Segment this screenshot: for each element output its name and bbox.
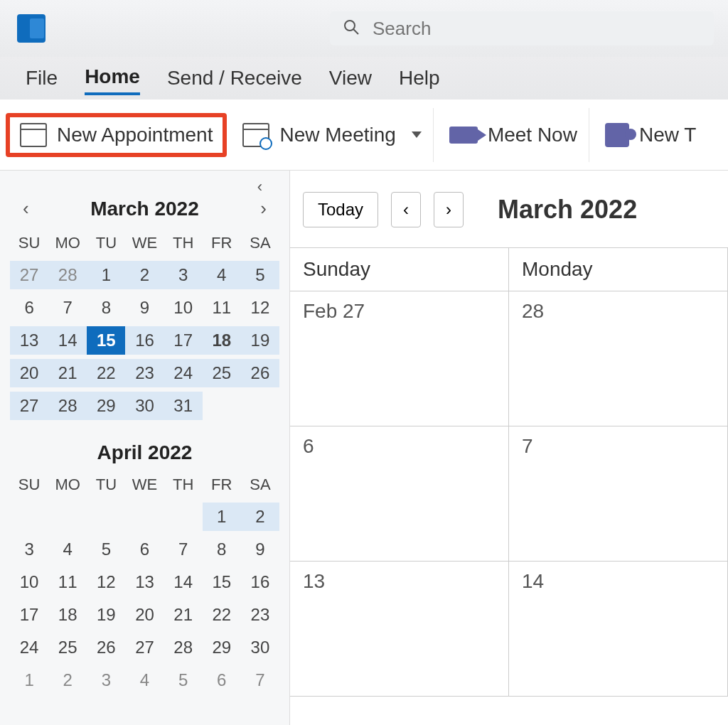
minical-day[interactable]: 9: [125, 294, 164, 322]
minical-day[interactable]: 12: [87, 568, 125, 596]
minical-day[interactable]: 6: [203, 666, 241, 694]
minical-day[interactable]: 4: [203, 261, 241, 289]
menu-home[interactable]: Home: [85, 61, 140, 95]
minical-day[interactable]: 6: [10, 294, 48, 322]
meet-now-button[interactable]: Meet Now: [438, 108, 589, 162]
calendar-cell[interactable]: 28: [509, 291, 728, 426]
menu-file[interactable]: File: [26, 63, 58, 94]
minical-day[interactable]: 10: [164, 294, 203, 322]
minical-day[interactable]: 16: [125, 326, 164, 355]
minical-day[interactable]: 3: [164, 261, 203, 289]
minical-day[interactable]: 23: [241, 601, 279, 629]
new-appointment-button[interactable]: New Appointment: [6, 113, 227, 157]
menu-help[interactable]: Help: [399, 63, 440, 94]
minical-day[interactable]: 8: [203, 535, 241, 564]
chevron-down-icon[interactable]: [412, 131, 422, 138]
minical-day[interactable]: 4: [125, 666, 164, 694]
minical-day[interactable]: 4: [48, 535, 87, 564]
minical-day[interactable]: 26: [241, 359, 279, 387]
minical-day[interactable]: 17: [164, 326, 203, 355]
calendar-cell[interactable]: 7: [509, 426, 728, 561]
minical-day[interactable]: 23: [125, 359, 164, 387]
minical-day[interactable]: 8: [87, 294, 125, 322]
minical-day[interactable]: 27: [10, 392, 48, 420]
minical-day[interactable]: 5: [164, 666, 203, 694]
minical-day[interactable]: 24: [10, 633, 48, 662]
minical-day[interactable]: 30: [241, 633, 279, 662]
minical-day[interactable]: 19: [87, 601, 125, 629]
minical-day[interactable]: 11: [48, 568, 87, 596]
minical-day[interactable]: 12: [241, 294, 279, 322]
calendar-cell[interactable]: Feb 27: [290, 291, 509, 426]
minical-day[interactable]: 6: [125, 535, 164, 564]
new-meeting-button[interactable]: New Meeting: [231, 108, 433, 162]
search-box[interactable]: [330, 11, 714, 45]
minical-day[interactable]: 3: [10, 535, 48, 564]
minical-day[interactable]: 14: [48, 326, 87, 355]
calendar-cell[interactable]: 14: [509, 562, 728, 696]
minical-day[interactable]: 7: [241, 666, 279, 694]
minical-day[interactable]: 15: [203, 568, 241, 596]
minical-day[interactable]: 21: [164, 601, 203, 629]
minical-day[interactable]: 26: [87, 633, 125, 662]
minical-day[interactable]: 10: [10, 568, 48, 596]
calendar-cell[interactable]: 13: [290, 562, 509, 696]
minical-day[interactable]: 5: [87, 535, 125, 564]
minical-day[interactable]: 25: [48, 633, 87, 662]
minical-day[interactable]: 14: [164, 568, 203, 596]
menu-send-receive[interactable]: Send / Receive: [167, 63, 302, 94]
today-button[interactable]: Today: [303, 192, 378, 227]
new-teams-button[interactable]: New T: [594, 108, 707, 162]
minical-day[interactable]: 29: [87, 392, 125, 420]
minical-prev-icon[interactable]: ‹: [17, 195, 35, 222]
minical-day[interactable]: 31: [164, 392, 203, 420]
minical-day[interactable]: 2: [125, 261, 164, 289]
minical-day[interactable]: 1: [10, 666, 48, 694]
minical-day[interactable]: 18: [203, 326, 241, 355]
minical-day[interactable]: 18: [48, 601, 87, 629]
minical-day[interactable]: 15: [87, 326, 125, 355]
dow-label: TH: [164, 230, 203, 257]
minical-day[interactable]: 28: [164, 633, 203, 662]
minical-day[interactable]: 24: [164, 359, 203, 387]
dow-label: WE: [125, 230, 164, 257]
day-header-row: Sunday Monday: [290, 247, 728, 291]
minical-day[interactable]: 28: [48, 392, 87, 420]
minical-next-icon[interactable]: ›: [255, 195, 272, 222]
menu-view[interactable]: View: [329, 63, 372, 94]
minical-day[interactable]: 16: [241, 568, 279, 596]
next-period-button[interactable]: ›: [434, 192, 464, 227]
minical-day[interactable]: 7: [48, 294, 87, 322]
minical-day[interactable]: 7: [164, 535, 203, 564]
minical-day[interactable]: 5: [241, 261, 279, 289]
minical-day[interactable]: 2: [241, 503, 279, 531]
main-area: ‹ ‹ March 2022 › SUMOTUWETHFRSA272812345…: [0, 171, 728, 725]
minical-day[interactable]: 11: [203, 294, 241, 322]
minical-day[interactable]: 28: [48, 261, 87, 289]
minical-day[interactable]: 22: [203, 601, 241, 629]
minical-day[interactable]: 9: [241, 535, 279, 564]
minical-day[interactable]: 3: [87, 666, 125, 694]
minical-day[interactable]: 19: [241, 326, 279, 355]
minical-day[interactable]: 27: [125, 633, 164, 662]
minical-day[interactable]: 2: [48, 666, 87, 694]
minical-day[interactable]: 17: [10, 601, 48, 629]
week-row: 1314: [290, 562, 728, 697]
minical-day[interactable]: 29: [203, 633, 241, 662]
minical-day[interactable]: 25: [203, 359, 241, 387]
minical-day[interactable]: 30: [125, 392, 164, 420]
minical-day[interactable]: 27: [10, 261, 48, 289]
minical-day[interactable]: 1: [203, 503, 241, 531]
calendar-cell[interactable]: 6: [290, 426, 509, 561]
minical-day[interactable]: 13: [125, 568, 164, 596]
sidebar-collapse-icon[interactable]: ‹: [257, 178, 262, 196]
minical-day[interactable]: 21: [48, 359, 87, 387]
dow-label: WE: [125, 471, 164, 498]
search-input[interactable]: [373, 18, 701, 40]
minical-day[interactable]: 13: [10, 326, 48, 355]
minical-day[interactable]: 20: [125, 601, 164, 629]
minical-day[interactable]: 20: [10, 359, 48, 387]
minical-day[interactable]: 1: [87, 261, 125, 289]
minical-day[interactable]: 22: [87, 359, 125, 387]
prev-period-button[interactable]: ‹: [391, 192, 421, 227]
